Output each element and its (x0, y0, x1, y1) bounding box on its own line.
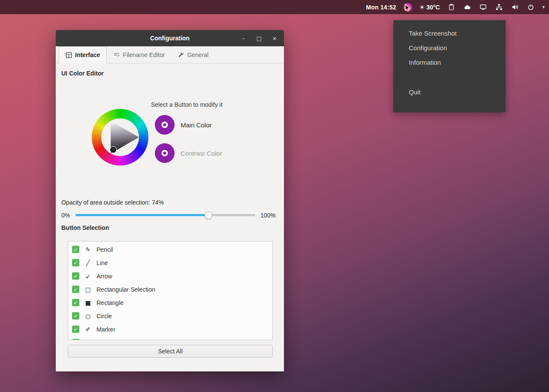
select-all-button[interactable]: Select All (68, 345, 273, 358)
tool-row-circle[interactable]: ○ Circle (68, 309, 272, 323)
slider-max-label: 100% (260, 212, 276, 219)
tab-interface-label: Interface (75, 51, 100, 58)
arrow-icon: ↙ (84, 273, 92, 280)
tool-row-line[interactable]: ╱ Line (68, 256, 272, 269)
menu-item-information[interactable]: Information (393, 55, 506, 70)
contrast-color-ring-icon (162, 150, 168, 157)
weather-sun-icon: ☀ (419, 4, 425, 11)
rectangle-label: Rectangle (97, 299, 124, 306)
circle-checkbox[interactable] (72, 312, 79, 320)
menu-item-quit[interactable]: Quit (393, 85, 506, 100)
tool-row-arrow[interactable]: ↙ Arrow (68, 269, 272, 283)
menu-item-take-screenshot[interactable]: Take Screenshot (393, 26, 506, 41)
flameshot-tray-menu: Take Screenshot Configuration Informatio… (393, 20, 506, 112)
interface-tab-content: UI Color Editor Select a Button to modif… (56, 63, 284, 371)
opacity-slider-handle[interactable] (205, 211, 212, 219)
tab-filename-editor-label: Filename Editor (123, 51, 165, 58)
panel-clock[interactable]: Mon 14:52 (366, 4, 396, 11)
interface-tab-icon (66, 52, 72, 58)
close-button[interactable]: × (271, 35, 278, 42)
network-icon[interactable] (495, 3, 503, 12)
filename-editor-tab-icon (113, 51, 120, 58)
rectangular-selection-label: Rectangular Selection (97, 286, 155, 293)
contrast-color-label: Contrast Color (181, 150, 222, 157)
rectangular-selection-icon: □ (84, 286, 92, 293)
arrow-label: Arrow (97, 273, 112, 280)
tool-row-pencil[interactable]: ✎ Pencil (68, 243, 272, 256)
tab-general[interactable]: General (171, 46, 215, 63)
select-all-label: Select All (158, 348, 183, 355)
tool-row-rectangular-selection[interactable]: □ Rectangular Selection (68, 283, 272, 296)
window-titlebar[interactable]: Configuration – □ × (56, 30, 284, 46)
color-editor-hint: Select a Button to modify it (151, 101, 223, 108)
maximize-button[interactable]: □ (256, 35, 262, 42)
tab-general-label: General (187, 51, 208, 58)
opacity-label: Opacity of area outside selection: 74% (61, 199, 164, 206)
tab-interface[interactable]: Interface (59, 46, 107, 63)
cloud-icon[interactable] (463, 3, 471, 12)
desktop-background: Mon 14:52 ☀ 30°C ▾ (0, 0, 549, 392)
slider-min-label: 0% (61, 212, 70, 219)
marker-label: Marker (97, 326, 115, 333)
pencil-checkbox[interactable] (72, 246, 79, 253)
saturation-triangle[interactable] (92, 109, 148, 166)
mouse-cursor (404, 3, 412, 13)
partial-tool-checkbox[interactable] (72, 339, 79, 340)
line-label: Line (97, 259, 108, 266)
line-icon: ╱ (84, 259, 92, 266)
rectangle-icon: ■ (84, 299, 92, 306)
configuration-window: Configuration – □ × Interface Filename E… (56, 30, 284, 371)
window-title: Configuration (150, 35, 190, 42)
volume-icon[interactable] (510, 3, 519, 12)
tab-bar: Interface Filename Editor General (56, 46, 284, 63)
contrast-color-button[interactable] (155, 143, 175, 163)
tool-row-rectangle[interactable]: ■ Rectangle (68, 296, 272, 309)
pencil-label: Pencil (97, 246, 113, 253)
power-icon[interactable] (526, 3, 535, 12)
color-wheel[interactable] (92, 109, 148, 166)
pencil-icon: ✎ (84, 246, 92, 253)
contrast-color-row: Contrast Color (155, 143, 222, 163)
rectangle-checkbox[interactable] (72, 299, 79, 306)
main-color-row: Main Color (155, 115, 212, 135)
tool-row-marker[interactable]: ✐ Marker (68, 323, 272, 336)
marker-icon: ✐ (84, 326, 92, 333)
rectangular-selection-checkbox[interactable] (72, 286, 79, 293)
minimize-button[interactable]: – (240, 35, 247, 42)
weather-indicator[interactable]: ☀ 30°C (419, 4, 440, 11)
circle-icon: ○ (84, 313, 92, 320)
clipboard-icon[interactable] (447, 3, 455, 12)
tool-row-partial[interactable] (68, 336, 272, 340)
button-selection-list: ✎ Pencil ╱ Line ↙ Arrow □ Rectangular Se… (68, 241, 273, 340)
main-color-label: Main Color (181, 121, 212, 129)
button-selection-title: Button Selection (61, 224, 109, 231)
arrow-checkbox[interactable] (72, 272, 79, 280)
weather-temperature: 30°C (426, 4, 440, 11)
caret-down-icon[interactable]: ▾ (542, 4, 545, 10)
line-checkbox[interactable] (72, 259, 79, 266)
top-panel: Mon 14:52 ☀ 30°C ▾ (0, 0, 549, 14)
general-tab-icon (178, 51, 184, 58)
main-color-button[interactable] (155, 115, 175, 135)
marker-checkbox[interactable] (72, 326, 79, 333)
ui-color-editor-title: UI Color Editor (61, 70, 104, 77)
opacity-slider-fill (75, 214, 208, 216)
circle-label: Circle (97, 313, 112, 320)
tab-filename-editor[interactable]: Filename Editor (107, 46, 171, 63)
window-controls: – □ × (240, 30, 278, 46)
opacity-slider[interactable] (75, 214, 255, 216)
panel-indicator-area: Mon 14:52 ☀ 30°C ▾ (366, 3, 545, 12)
menu-item-configuration[interactable]: Configuration (393, 41, 506, 55)
display-icon[interactable] (479, 3, 487, 12)
main-color-ring-icon (162, 122, 168, 128)
